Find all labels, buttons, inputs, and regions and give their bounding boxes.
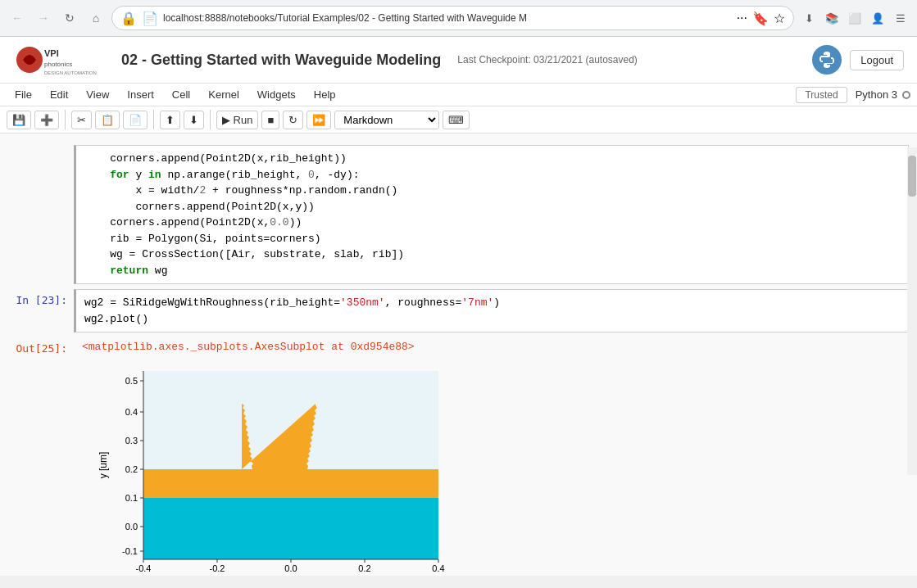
y-tick-0: 0.0 [125,522,138,531]
scrollbar[interactable] [907,147,917,475]
y-tick-04: 0.4 [125,407,138,417]
copy-button[interactable]: 📋 [95,111,120,129]
paste-button[interactable]: 📄 [123,111,148,129]
y-tick-n01: -0.1 [122,546,138,556]
cell-code-text-top: corners.append(Point2D(x,rib_height)) fo… [76,146,908,283]
cell-content-top[interactable]: corners.append(Point2D(x,rib_height)) fo… [74,145,909,284]
menu-help[interactable]: Help [306,85,344,104]
add-cell-button[interactable]: ➕ [34,111,59,129]
y-tick-03: 0.3 [125,436,138,446]
cell-prompt-23: In [23]: [0,289,74,310]
keyboard-shortcut-button[interactable]: ⌨ [443,111,470,129]
toolbar-separator-2 [153,110,154,129]
star-icon: ☆ [774,11,785,26]
menu-cell[interactable]: Cell [164,85,198,104]
run-button[interactable]: ▶ Run [216,111,258,129]
menu-file[interactable]: File [7,85,40,104]
cut-button[interactable]: ✂ [71,111,92,129]
scroll-thumb[interactable] [908,156,916,197]
move-up-button[interactable]: ⬆ [160,111,180,129]
cell-content-23[interactable]: wg2 = SiRidgeWgWithRoughness(rib_height=… [74,289,909,332]
menu-view[interactable]: View [78,85,117,104]
output-text-25: <matplotlib.axes._subplots.AxesSubplot a… [74,337,909,356]
svg-text:VPI: VPI [44,48,59,58]
x-tick-n02: -0.2 [210,563,225,573]
address-icon: 📄 [142,11,158,26]
menu-kernel[interactable]: Kernel [200,85,247,104]
browser-actions: ⬇ 📚 ⬜ 👤 ☰ [799,8,910,28]
vpi-logo: VPI photonics DESIGN AUTOMATION [13,43,111,76]
x-tick-n04: -0.4 [136,563,152,573]
jupyter-logo: VPI photonics DESIGN AUTOMATION [13,43,111,76]
y-tick-02: 0.2 [125,464,138,474]
download-icon[interactable]: ⬇ [799,8,819,28]
restart-run-button[interactable]: ⏩ [306,111,331,129]
browser-chrome: ← → ↻ ⌂ 🔒 📄 localhost:8888/notebooks/Tut… [0,0,917,37]
python-badge [812,45,842,75]
cell-prompt-out25: Out[25]: [0,337,74,358]
svg-text:photonics: photonics [44,61,72,68]
y-axis-label: y [um] [98,452,109,479]
split-view-icon[interactable]: ⬜ [845,8,865,28]
cell-in23: In [23]: wg2 = SiRidgeWgWithRoughness(ri… [0,287,917,334]
plot-container: -0.1 0.0 0.1 0.2 0.3 0.4 0.5 -0.4 [74,363,909,576]
menu-widgets[interactable]: Widgets [249,85,304,104]
save-button[interactable]: 💾 [7,111,31,129]
menu-edit[interactable]: Edit [42,85,76,104]
back-button[interactable]: ← [7,7,28,29]
home-button[interactable]: ⌂ [85,7,107,29]
toolbar-separator-1 [65,110,66,129]
kernel-name: Python 3 [856,88,897,101]
kernel-info: Python 3 [856,88,910,101]
forward-button[interactable]: → [33,7,54,29]
checkpoint-info: Last Checkpoint: 03/21/2021 (autosaved) [457,54,638,66]
menu-bar: File Edit View Insert Cell Kernel Widget… [0,84,917,106]
y-tick-01: 0.1 [125,493,138,503]
y-tick-05: 0.5 [125,376,138,386]
reload-button[interactable]: ↻ [59,7,80,29]
substrate-layer [143,498,438,559]
waveguide-plot: -0.1 0.0 0.1 0.2 0.3 0.4 0.5 -0.4 [98,363,451,576]
kernel-status-circle [902,91,910,99]
notebook-title: 02 - Getting Started with Waveguide Mode… [121,52,441,69]
x-tick-0: 0.0 [284,563,297,573]
cell-code-23: wg2 = SiRidgeWgWithRoughness(rib_height=… [76,290,908,332]
bookmark-icon: 🔖 [752,11,769,26]
browser-toolbar: ← → ↻ ⌂ 🔒 📄 localhost:8888/notebooks/Tut… [0,0,917,36]
x-tick-04: 0.4 [432,563,444,573]
logout-button[interactable]: Logout [850,50,904,70]
svg-text:DESIGN AUTOMATION: DESIGN AUTOMATION [44,70,97,75]
cell-prompt-empty [0,145,74,153]
x-tick-02: 0.2 [358,563,370,573]
interrupt-button[interactable]: ■ [261,111,279,129]
restart-button[interactable]: ↻ [283,111,303,129]
url-text: localhost:8888/notebooks/Tutorial Exampl… [163,12,732,24]
move-down-button[interactable]: ⬇ [184,111,204,129]
jupyter-header: VPI photonics DESIGN AUTOMATION 02 - Get… [0,37,917,84]
notebook-toolbar: 💾 ➕ ✂ 📋 📄 ⬆ ⬇ ▶ Run ■ ↻ ⏩ Markdown Code … [0,106,917,133]
menu-insert[interactable]: Insert [119,85,162,104]
notebook-area: corners.append(Point2D(x,rib_height)) fo… [0,133,917,576]
slab-layer [143,469,438,498]
toolbar-separator-3 [210,110,211,129]
output-value-25: <matplotlib.axes._subplots.AxesSubplot a… [82,341,415,353]
cell-code-top: corners.append(Point2D(x,rib_height)) fo… [0,143,917,286]
more-options-icon: ··· [737,11,747,25]
security-icon: 🔒 [120,11,137,26]
profile-icon[interactable]: 👤 [868,8,887,28]
trusted-badge: Trusted [796,87,847,103]
library-icon[interactable]: 📚 [822,8,842,28]
cell-out25: Out[25]: <matplotlib.axes._subplots.Axes… [0,336,917,576]
x-axis-label: x [um] [278,575,305,576]
address-bar[interactable]: 🔒 📄 localhost:8888/notebooks/Tutorial Ex… [111,6,794,30]
menu-icon[interactable]: ☰ [891,8,910,28]
python-icon [817,50,837,70]
cell-type-select[interactable]: Markdown Code Raw NBConvert [334,111,439,129]
